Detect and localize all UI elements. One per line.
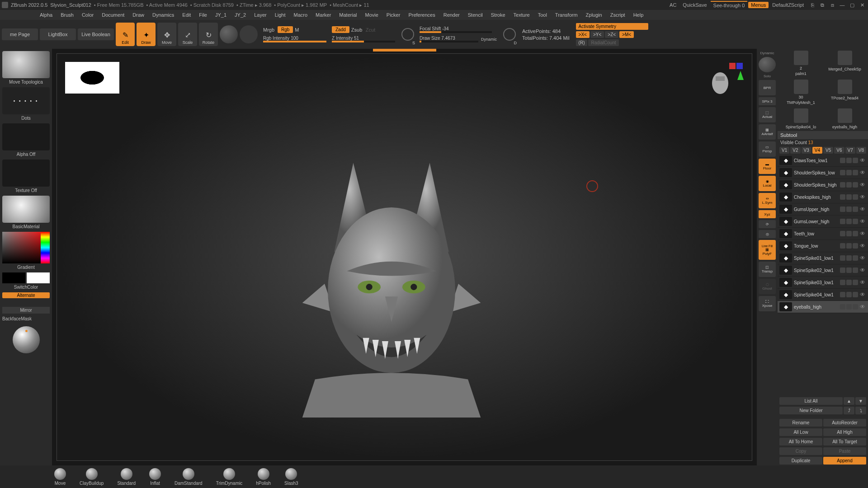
paste-button[interactable]: Paste bbox=[823, 447, 866, 455]
scale-mode-button[interactable]: ⤢Scale bbox=[178, 23, 197, 46]
menu-picker[interactable]: Picker bbox=[383, 11, 404, 19]
subtool-item[interactable]: ◆ SpineSpike03_low1 👁 bbox=[778, 277, 868, 289]
ac-button[interactable]: AC bbox=[667, 1, 679, 9]
zadd-button[interactable]: Zadd bbox=[332, 26, 349, 33]
tool-Merged_CheekSp[interactable]: Merged_CheekSp bbox=[823, 51, 866, 76]
alternate-button[interactable]: Alternate bbox=[2, 292, 50, 298]
visibility-icon[interactable]: 👁 bbox=[860, 157, 866, 164]
menu-render[interactable]: Render bbox=[440, 11, 463, 19]
visibility-icon[interactable]: 👁 bbox=[860, 182, 866, 188]
subtool-item[interactable]: ◆ Teeth_low 👁 bbox=[778, 228, 868, 240]
visibility-icon[interactable]: 👁 bbox=[860, 304, 866, 310]
tool-TMPolyMesh_1[interactable]: 30 TMPolyMesh_1 bbox=[779, 80, 822, 105]
visibility-icon[interactable]: 👁 bbox=[860, 279, 866, 286]
aahalf-button[interactable]: ▦AAHalf bbox=[759, 124, 776, 140]
brush-trimdynamic[interactable]: TrimDynamic bbox=[216, 468, 243, 486]
visibility-icon[interactable]: 👁 bbox=[860, 243, 866, 249]
menu-color[interactable]: Color bbox=[78, 11, 97, 19]
menu-texture[interactable]: Texture bbox=[510, 11, 533, 19]
menu-layer[interactable]: Layer bbox=[250, 11, 270, 19]
subtool-item[interactable]: ◆ GumsUpper_high 👁 bbox=[778, 203, 868, 216]
texture-thumbnail[interactable] bbox=[2, 160, 50, 187]
subtool-item[interactable]: ◆ ShoulderSpikes_low 👁 bbox=[778, 167, 868, 179]
rename-button[interactable]: Rename bbox=[779, 419, 822, 427]
tool-palm1[interactable]: 2 palm1 bbox=[779, 51, 822, 76]
allhigh-button[interactable]: All High bbox=[823, 428, 866, 436]
actual-button[interactable]: ⬚Actual bbox=[759, 107, 776, 122]
menu-preferences[interactable]: Preferences bbox=[405, 11, 439, 19]
zsub-button[interactable]: Zsub bbox=[351, 27, 364, 33]
sym-r-button[interactable]: (R) bbox=[576, 39, 588, 46]
subtool-item[interactable]: ◆ ShoulderSpikes_high 👁 bbox=[778, 179, 868, 191]
arrow-up-button[interactable]: ▲ bbox=[844, 397, 854, 405]
menu-macro[interactable]: Macro bbox=[290, 11, 311, 19]
local-button[interactable]: ◉Local bbox=[759, 176, 776, 191]
menu-zplugin[interactable]: Zplugin bbox=[582, 11, 606, 19]
menu-stroke[interactable]: Stroke bbox=[487, 11, 509, 19]
minimize-icon[interactable]: — bbox=[838, 2, 846, 8]
swatch-white[interactable] bbox=[27, 272, 50, 283]
menu-zscript[interactable]: Zscript bbox=[607, 11, 629, 19]
xpose-button[interactable]: ⛶Xpose bbox=[759, 296, 776, 311]
zcut-button[interactable]: Zcut bbox=[366, 27, 378, 33]
bpr-button[interactable]: BPR bbox=[759, 80, 776, 95]
rotate-mode-button[interactable]: ↻Rotate bbox=[199, 23, 218, 46]
visibility-icon[interactable]: 👁 bbox=[860, 169, 866, 176]
lightbox-button[interactable]: LightBox bbox=[40, 28, 76, 40]
xyz-button[interactable]: Xyz bbox=[759, 210, 776, 218]
menu-marker[interactable]: Marker bbox=[312, 11, 335, 19]
dynamic-toggle[interactable]: Dynamic bbox=[481, 37, 497, 42]
subtool-item[interactable]: ◆ Cheekspikes_high 👁 bbox=[778, 191, 868, 203]
menu-movie[interactable]: Movie bbox=[361, 11, 382, 19]
visibility-icon[interactable]: 👁 bbox=[860, 255, 866, 261]
hue-strip[interactable] bbox=[41, 232, 50, 263]
subtool-item[interactable]: ◆ GumsLower_high 👁 bbox=[778, 216, 868, 228]
window-icon-1[interactable]: ⎘ bbox=[808, 2, 816, 8]
solo-button[interactable] bbox=[759, 57, 776, 72]
menu-file[interactable]: File bbox=[195, 11, 211, 19]
subtool-item[interactable]: ◆ Tongue_low 👁 bbox=[778, 240, 868, 252]
sym-z-button[interactable]: >Z< bbox=[605, 31, 618, 38]
subtool-item[interactable]: ◆ SpineSpike04_low1 👁 bbox=[778, 289, 868, 301]
close-icon[interactable]: ✕ bbox=[858, 2, 866, 8]
ghost-button[interactable]: ◌Ghost bbox=[759, 279, 776, 294]
visibility-icon[interactable]: 👁 bbox=[860, 230, 866, 237]
vbtn-v7[interactable]: V7 bbox=[845, 147, 855, 154]
visibility-icon[interactable]: 👁 bbox=[860, 206, 866, 212]
menu-light[interactable]: Light bbox=[271, 11, 289, 19]
vbtn-v1[interactable]: V1 bbox=[779, 147, 789, 154]
visibility-icon[interactable]: 👁 bbox=[860, 194, 866, 200]
alpha-thumbnail[interactable] bbox=[2, 123, 50, 150]
document-bar[interactable] bbox=[373, 49, 436, 52]
sym-y-button[interactable]: >Y< bbox=[590, 31, 604, 38]
sphere-button[interactable] bbox=[240, 25, 258, 43]
subtool-header[interactable]: Subtool bbox=[778, 131, 868, 139]
rgb-button[interactable]: Rgb bbox=[278, 26, 293, 33]
gyro-button[interactable] bbox=[220, 25, 238, 43]
menu-edit[interactable]: Edit bbox=[179, 11, 194, 19]
s-curve-button[interactable]: S bbox=[401, 28, 414, 41]
liveboolean-button[interactable]: Live Boolean bbox=[78, 28, 114, 40]
menu-tool[interactable]: Tool bbox=[534, 11, 551, 19]
rgb-intensity-slider[interactable] bbox=[263, 41, 326, 42]
menu-transform[interactable]: Transform bbox=[552, 11, 581, 19]
subtool-item[interactable]: ◆ SpineSpike01_low1 👁 bbox=[778, 252, 868, 264]
draw-mode-button[interactable]: ✦Draw bbox=[137, 23, 156, 46]
focal-shift-slider[interactable] bbox=[420, 31, 492, 33]
seethrough-slider[interactable]: See-through 0 bbox=[711, 1, 748, 9]
color-picker[interactable] bbox=[2, 232, 50, 263]
menu-jy_2[interactable]: JY_2 bbox=[231, 11, 250, 19]
subtool-item[interactable]: ◆ ClawsToes_low1 👁 bbox=[778, 155, 868, 167]
vbtn-v3[interactable]: V3 bbox=[802, 147, 811, 154]
visibility-icon[interactable]: 👁 bbox=[860, 291, 866, 298]
menu-brush[interactable]: Brush bbox=[57, 11, 77, 19]
window-icon-2[interactable]: ⧉ bbox=[818, 2, 826, 8]
subtool-item[interactable]: ◆ eyeballs_high 👁 bbox=[778, 301, 868, 313]
edit-mode-button[interactable]: ✎Edit bbox=[116, 23, 135, 46]
sym-x-button[interactable]: >X< bbox=[576, 31, 590, 38]
vbtn-v8[interactable]: V8 bbox=[856, 147, 866, 154]
quicksave-button[interactable]: QuickSave bbox=[680, 1, 709, 9]
d-curve-button[interactable]: D bbox=[503, 28, 516, 41]
subtool-item[interactable]: ◆ SpineSpike02_low1 👁 bbox=[778, 264, 868, 277]
menu-dynamics[interactable]: Dynamics bbox=[149, 11, 178, 19]
